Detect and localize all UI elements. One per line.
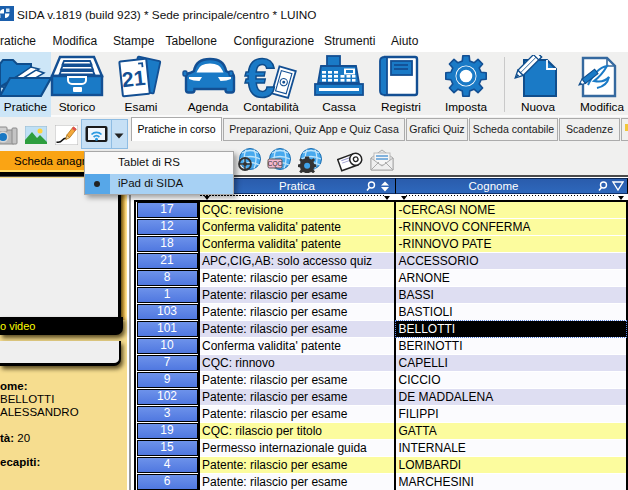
svg-text:€: € — [245, 55, 276, 101]
svg-text:CQC: CQC — [268, 160, 283, 168]
svg-text:21: 21 — [121, 66, 147, 91]
